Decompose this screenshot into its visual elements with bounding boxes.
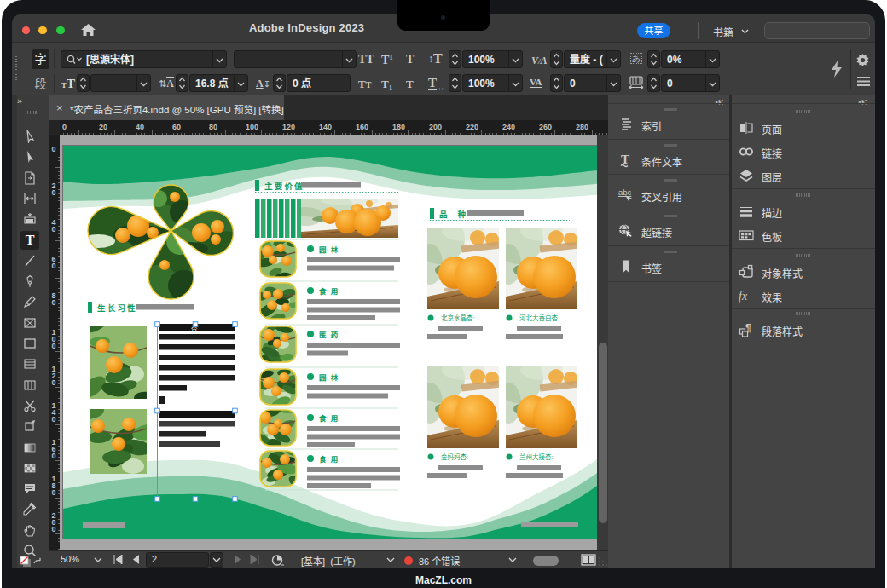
svg-text:abc: abc — [618, 187, 632, 197]
svg-text:园 林: 园 林 — [319, 373, 339, 382]
svg-text:金妈妈杏:: 金妈妈杏: — [441, 453, 468, 461]
svg-text:T: T — [621, 153, 629, 166]
svg-text:品 种: 品 种 — [439, 210, 467, 219]
svg-text:医 药: 医 药 — [319, 331, 339, 339]
svg-text:兰州大接杏:: 兰州大接杏: — [519, 453, 554, 461]
svg-text:北京水晶杏:: 北京水晶杏: — [441, 314, 475, 322]
svg-text:食 用: 食 用 — [319, 414, 339, 423]
svg-text:食 用: 食 用 — [319, 287, 339, 296]
svg-text:¶: ¶ — [745, 322, 751, 334]
svg-text:河北大香白杏:: 河北大香白杏: — [519, 314, 559, 322]
svg-text:主要价值: 主要价值 — [264, 182, 304, 191]
svg-text:生长习性: 生长习性 — [97, 303, 137, 313]
svg-text:食 用: 食 用 — [319, 455, 339, 464]
svg-text:园 林: 园 林 — [319, 245, 339, 254]
svg-text:fx: fx — [739, 290, 748, 303]
